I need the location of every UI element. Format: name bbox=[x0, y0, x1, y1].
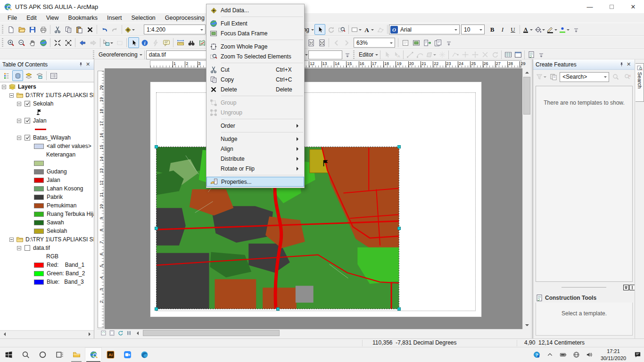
toc-sekolah-row[interactable]: Sekolah bbox=[0, 227, 94, 235]
toc-leg-row[interactable] bbox=[0, 159, 94, 167]
editor-menu-button[interactable]: Editor bbox=[356, 51, 375, 58]
toc-pabrik-row[interactable]: Pabrik bbox=[0, 193, 94, 201]
scroll-left-icon[interactable] bbox=[0, 331, 7, 337]
globe-button[interactable] bbox=[38, 37, 49, 48]
italic-button[interactable]: I bbox=[497, 25, 508, 35]
map-scale-combo[interactable]: 1:4.200 bbox=[144, 25, 206, 34]
context-menu-item-zoom-whole-page[interactable]: Zoom Whole Page bbox=[206, 41, 304, 51]
close-panel-icon[interactable]: ✕ bbox=[84, 61, 91, 68]
layer-checkbox[interactable] bbox=[25, 118, 30, 123]
toc-batas-wilayah-row[interactable]: Batas_Wilayah bbox=[0, 133, 94, 142]
layer-checkbox[interactable] bbox=[25, 245, 30, 251]
mv-data-button[interactable] bbox=[99, 329, 107, 337]
e-rotate-button[interactable] bbox=[490, 50, 500, 59]
e-move-button[interactable] bbox=[470, 50, 480, 59]
toc-lahan-kosong-row[interactable]: Lahan Kosong bbox=[0, 184, 94, 193]
cursor-button[interactable] bbox=[128, 37, 139, 48]
add-data-button[interactable] bbox=[124, 24, 136, 35]
expander[interactable] bbox=[17, 119, 21, 123]
selection-handle[interactable] bbox=[155, 307, 158, 311]
e-snap-button[interactable] bbox=[437, 50, 447, 59]
select-feat-button[interactable] bbox=[102, 37, 114, 48]
georeferencing-layer-combo[interactable]: data.tif bbox=[146, 50, 212, 59]
scroll-down-icon[interactable] bbox=[523, 323, 531, 329]
context-menu-item-properties[interactable]: Properties... bbox=[206, 177, 304, 187]
rect-button[interactable] bbox=[350, 24, 363, 35]
toc-source-button[interactable] bbox=[12, 70, 23, 81]
taskbar-search[interactable] bbox=[17, 347, 34, 362]
context-menu-item-ungroup[interactable]: Ungroup bbox=[206, 107, 304, 117]
mv-layout-button[interactable] bbox=[107, 329, 116, 337]
context-menu-item-delete[interactable]: DeleteDelete bbox=[206, 84, 304, 94]
tray-help-tray[interactable]: ? bbox=[530, 347, 543, 362]
template-filter-button[interactable] bbox=[535, 72, 547, 82]
e-poly-button[interactable] bbox=[425, 50, 437, 59]
toc-sekolah-row[interactable]: Sekolah bbox=[0, 99, 94, 108]
e-split-button[interactable] bbox=[460, 50, 470, 59]
font-combo[interactable]: O Arial bbox=[389, 25, 460, 34]
taskbar-illustrator[interactable]: Ai bbox=[102, 347, 119, 362]
toc-jalan-row[interactable]: Jalan bbox=[0, 176, 94, 184]
lightning-button[interactable] bbox=[150, 37, 161, 48]
fwd-button[interactable] bbox=[88, 37, 99, 48]
template-search-combo[interactable]: <Search> bbox=[560, 72, 609, 82]
pg-back-button[interactable] bbox=[330, 37, 341, 48]
context-menu-item-distribute[interactable]: Distribute bbox=[206, 154, 304, 164]
scroll-up-icon[interactable] bbox=[523, 68, 531, 74]
toc-pemukiman-row[interactable]: Pemukiman bbox=[0, 201, 94, 210]
toolbar-grip[interactable] bbox=[2, 25, 3, 34]
overflow-button[interactable] bbox=[570, 24, 581, 35]
back-button[interactable] bbox=[77, 37, 88, 48]
scrollbar-thumb[interactable] bbox=[143, 330, 280, 336]
toc-blue-band-3-row[interactable]: Blue: Band_3 bbox=[0, 278, 94, 286]
empty-combo[interactable] bbox=[308, 50, 342, 59]
toc-red-band-1-row[interactable]: Red: Band_1 bbox=[0, 261, 94, 269]
pin-icon[interactable] bbox=[77, 61, 84, 68]
textA-button[interactable]: A bbox=[363, 24, 375, 35]
layer-checkbox[interactable] bbox=[25, 135, 30, 140]
taskbar-task-view[interactable] bbox=[51, 347, 68, 362]
bucket-button[interactable] bbox=[534, 24, 546, 35]
change-layout-button[interactable] bbox=[421, 37, 432, 48]
layout-zoom-combo[interactable]: 63% bbox=[354, 38, 395, 48]
context-menu-item-full-extent[interactable]: Full Extent bbox=[206, 18, 304, 28]
copy-button[interactable] bbox=[63, 24, 74, 35]
context-menu-item-order[interactable]: Order bbox=[206, 121, 304, 131]
e-line-button[interactable] bbox=[405, 50, 415, 59]
tray-battery[interactable] bbox=[556, 347, 570, 362]
pin-icon[interactable] bbox=[618, 61, 625, 68]
restore-button[interactable] bbox=[601, 0, 622, 13]
vertices-button[interactable] bbox=[375, 24, 386, 35]
selection-handle[interactable] bbox=[397, 145, 401, 148]
menu-file[interactable]: File bbox=[3, 14, 22, 22]
cut-button[interactable] bbox=[52, 24, 63, 35]
identify-button[interactable]: i bbox=[139, 37, 150, 48]
fixed-out-button[interactable] bbox=[63, 37, 74, 48]
taskbar-clock[interactable]: 17:21 30/11/2020 bbox=[596, 348, 631, 362]
toc-jalan-row[interactable]: Jalan bbox=[0, 116, 94, 125]
menu-insert[interactable]: Insert bbox=[102, 14, 126, 22]
scrollbar-thumb[interactable] bbox=[523, 77, 530, 115]
win-button[interactable] bbox=[513, 50, 523, 59]
context-menu-item-copy[interactable]: CopyCtrl+C bbox=[206, 74, 304, 84]
toc-sawah-row[interactable]: Sawah bbox=[0, 218, 94, 227]
overflow-button[interactable] bbox=[536, 50, 546, 59]
toc-sym-row[interactable] bbox=[0, 108, 94, 116]
toc-rgb-row[interactable]: RGB bbox=[0, 252, 94, 261]
toolbar-grip[interactable] bbox=[93, 50, 94, 59]
dropdown-caret-icon[interactable] bbox=[305, 54, 308, 57]
layer-checkbox[interactable] bbox=[25, 101, 30, 107]
toc-gudang-row[interactable]: Gudang bbox=[0, 167, 94, 176]
focus-frame-button[interactable] bbox=[411, 37, 421, 48]
clear-sel-button[interactable] bbox=[114, 37, 125, 48]
mv-pause-button[interactable] bbox=[124, 329, 133, 337]
notification-center-button[interactable] bbox=[631, 347, 644, 362]
context-menu-item-zoom-to-selected-elements[interactable]: Zoom To Selected Elements bbox=[206, 51, 304, 61]
delete-button[interactable] bbox=[84, 24, 95, 35]
context-menu-item-rotate-or-flip[interactable]: Rotate or Flip bbox=[206, 164, 304, 173]
open-button[interactable] bbox=[16, 24, 27, 35]
toc-layers-row[interactable]: Layers bbox=[0, 82, 94, 91]
selection-handle[interactable] bbox=[397, 227, 401, 230]
context-menu-item-cut[interactable]: CutCtrl+X bbox=[206, 65, 304, 74]
menu-bookmarks[interactable]: Bookmarks bbox=[64, 14, 103, 22]
